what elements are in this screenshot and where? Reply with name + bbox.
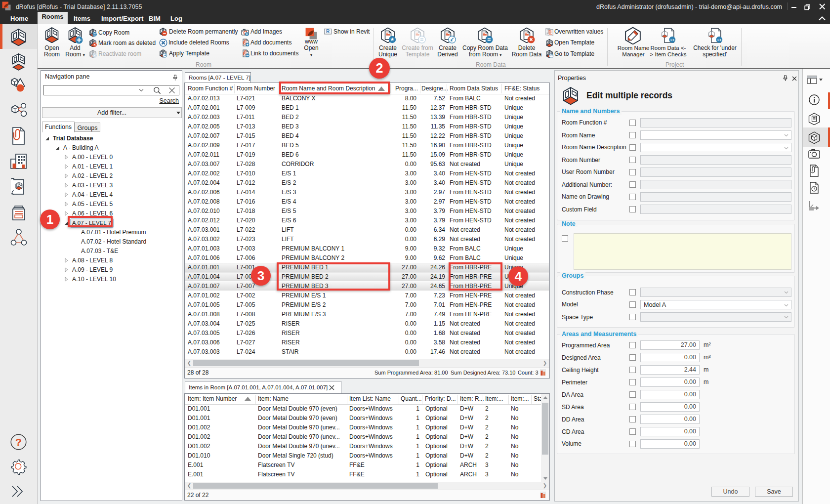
svg-text:?: ? bbox=[15, 436, 22, 448]
svg-text:★: ★ bbox=[390, 37, 395, 42]
